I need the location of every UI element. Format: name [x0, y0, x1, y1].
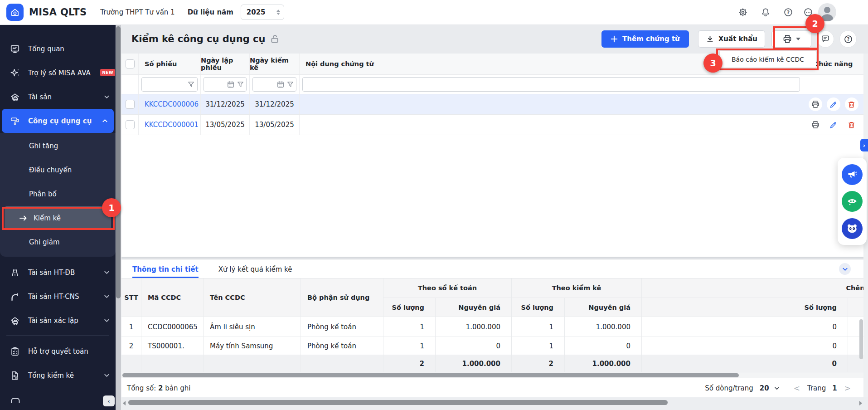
- menu-item-bao-cao-kiem-ke-ccdc[interactable]: Báo cáo kiểm kê CCDC: [732, 56, 804, 63]
- sidebar-item-tai-san-ht-db[interactable]: Tài sản HT-ĐB: [0, 260, 116, 284]
- more-options-icon[interactable]: [803, 7, 813, 17]
- cell-noi-dung: [300, 94, 803, 114]
- row-checkbox[interactable]: [126, 120, 135, 129]
- organization-name[interactable]: Trường THPT Tư vấn 1: [100, 8, 175, 16]
- detail-vscrollbar-thumb[interactable]: [859, 319, 863, 359]
- sidebar-item-ho-tro-quyet-toan[interactable]: Hỗ trợ quyết toán: [0, 339, 116, 363]
- column-header-ten-ccdc[interactable]: Tên CCDC: [204, 278, 301, 317]
- row-print-button[interactable]: [809, 98, 822, 111]
- funnel-icon[interactable]: [286, 81, 294, 88]
- feedback-chat-button[interactable]: [817, 30, 834, 48]
- expand-side-tab[interactable]: ›: [860, 139, 868, 151]
- sidebar-item-tai-san[interactable]: Tài sản: [0, 85, 116, 109]
- notifications-bell-icon[interactable]: [761, 7, 771, 17]
- row-checkbox[interactable]: [126, 100, 135, 109]
- export-button[interactable]: Xuất khẩu: [698, 30, 765, 48]
- tab-thong-tin-chi-tiet[interactable]: Thông tin chi tiết: [132, 265, 199, 278]
- row-delete-button[interactable]: [845, 118, 858, 132]
- funnel-icon[interactable]: [237, 81, 244, 88]
- row-edit-button[interactable]: [827, 118, 840, 132]
- column-header-stt: STT: [121, 278, 141, 317]
- ccdc-submenu: Ghi tăng Điều chuyển Phân bổ Kiểm kê Ghi…: [0, 133, 116, 257]
- column-header-bo-phan[interactable]: Bộ phận sử dụng: [301, 278, 383, 317]
- unlock-icon[interactable]: [270, 34, 280, 44]
- total-kt-nguyen-gia: 1.000.000: [436, 355, 512, 372]
- prev-page-button[interactable]: <: [793, 384, 801, 393]
- detail-row[interactable]: 2 TS000001. Máy tính Samsung Phòng kế to…: [121, 337, 863, 355]
- voucher-table: Số phiếu Ngày lập phiếu Ngày kiểm kê Nội…: [121, 54, 863, 258]
- table-row[interactable]: KKCCDC000001 13/05/2025 13/05/2025: [121, 115, 863, 135]
- sidebar: Tổng quan Trợ lý số MISA AVA NEW Tài sản…: [0, 24, 116, 410]
- funnel-icon[interactable]: [187, 81, 195, 88]
- sidebar-item-tong-kiem-ke[interactable]: Tổng kiểm kê: [0, 363, 116, 387]
- submenu-item-kiem-ke[interactable]: Kiểm kê: [5, 206, 111, 230]
- filter-so-phieu[interactable]: [139, 75, 201, 94]
- submenu-item-label: Ghi giảm: [29, 238, 60, 246]
- filter-ngay-lap[interactable]: [201, 75, 250, 94]
- user-avatar[interactable]: [818, 3, 836, 21]
- stepper-down-icon[interactable]: [276, 13, 280, 15]
- megaphone-icon: [847, 169, 858, 180]
- filter-noi-dung-input[interactable]: [302, 77, 800, 92]
- select-all-checkbox[interactable]: [126, 59, 135, 68]
- row-edit-button[interactable]: [827, 98, 840, 111]
- announcement-button[interactable]: [842, 164, 863, 185]
- submenu-item-ghi-tang[interactable]: Ghi tăng: [0, 134, 116, 158]
- column-header-nguyen-gia[interactable]: Nguyên giá: [436, 298, 512, 317]
- column-header-nguyen-gia[interactable]: Nguyên giá: [565, 298, 642, 317]
- sidebar-item-tro-ly-misa-ava[interactable]: Trợ lý số MISA AVA NEW: [0, 61, 116, 85]
- sidebar-collapse-button[interactable]: ‹: [103, 395, 115, 406]
- year-selector[interactable]: 2025: [241, 5, 284, 20]
- row-delete-button[interactable]: [845, 98, 858, 111]
- column-header-so-luong[interactable]: Số lượng: [512, 298, 565, 317]
- zalo-chat-button[interactable]: [842, 191, 863, 212]
- column-header-so-luong[interactable]: Số lượng: [642, 298, 848, 317]
- submenu-item-ghi-giam[interactable]: Ghi giảm: [0, 230, 116, 254]
- submenu-item-phan-bo[interactable]: Phân bổ: [0, 182, 116, 206]
- detail-collapse-button[interactable]: [839, 263, 851, 275]
- page-size-value: 20: [760, 384, 769, 392]
- scroll-right-arrow[interactable]: [859, 401, 862, 405]
- column-header-so-luong[interactable]: Số lượng: [383, 298, 436, 317]
- page-hscrollbar-thumb[interactable]: [128, 400, 668, 405]
- calendar-icon[interactable]: [227, 80, 235, 88]
- add-voucher-button[interactable]: Thêm chứng từ: [601, 30, 689, 48]
- page-help-button[interactable]: [839, 30, 857, 48]
- row-print-button[interactable]: [809, 118, 822, 132]
- column-header-so-phieu[interactable]: Số phiếu: [139, 54, 201, 74]
- app-logo[interactable]: [6, 4, 24, 21]
- detail-hscrollbar-thumb[interactable]: [122, 373, 739, 377]
- total-kt-so-luong: 2: [383, 355, 436, 372]
- sidebar-item-label: Công cụ dụng cụ: [28, 117, 92, 125]
- table-row[interactable]: KKCCDC000006 31/12/2025 31/12/2025: [121, 94, 863, 115]
- sidebar-scrollbar-thumb[interactable]: [116, 26, 121, 298]
- help-icon[interactable]: [783, 7, 793, 17]
- settings-gear-icon[interactable]: [738, 7, 748, 17]
- scroll-left-arrow[interactable]: [123, 401, 126, 405]
- sidebar-item-tai-san-xac-lap[interactable]: Tài sản xác lập: [0, 308, 116, 332]
- sidebar-item-tai-san-ht-cns[interactable]: Tài sản HT-CNS: [0, 284, 116, 308]
- filter-noi-dung[interactable]: [300, 75, 803, 94]
- tab-xu-ly-ket-qua[interactable]: Xử lý kết quả kiểm kê: [218, 265, 292, 278]
- sidebar-item-tong-quan[interactable]: Tổng quan: [0, 37, 116, 61]
- sidebar-item-label: Trợ lý số MISA AVA: [28, 69, 91, 77]
- document-check-icon: [10, 371, 20, 381]
- column-header-ngay-lap[interactable]: Ngày lập phiếu: [201, 54, 250, 74]
- voucher-link[interactable]: KKCCDC000006: [145, 100, 199, 108]
- filter-ngay-kiem-ke[interactable]: [250, 75, 300, 94]
- sidebar-item-partial[interactable]: [0, 387, 116, 410]
- sidebar-item-cong-cu-dung-cu[interactable]: Công cụ dụng cụ: [2, 109, 114, 133]
- submenu-item-dieu-chuyen[interactable]: Điều chuyển: [0, 158, 116, 182]
- next-page-button[interactable]: >: [844, 384, 852, 393]
- misa-assistant-button[interactable]: [842, 218, 863, 239]
- column-header-ngay-kiem-ke[interactable]: Ngày kiểm kê: [250, 54, 300, 74]
- year-stepper[interactable]: [276, 10, 280, 15]
- detail-row[interactable]: 1 CCDC0000065 Âm li siêu sịn Phòng kế to…: [121, 317, 863, 337]
- stepper-up-icon[interactable]: [276, 10, 280, 12]
- column-header-nguyen-gia[interactable]: [848, 298, 863, 317]
- page-size-select[interactable]: 20: [760, 384, 780, 392]
- print-dropdown-button[interactable]: [771, 30, 811, 48]
- voucher-link[interactable]: KKCCDC000001: [145, 121, 199, 129]
- calendar-icon[interactable]: [276, 80, 285, 88]
- column-header-ma-ccdc[interactable]: Mã CCDC: [141, 278, 204, 317]
